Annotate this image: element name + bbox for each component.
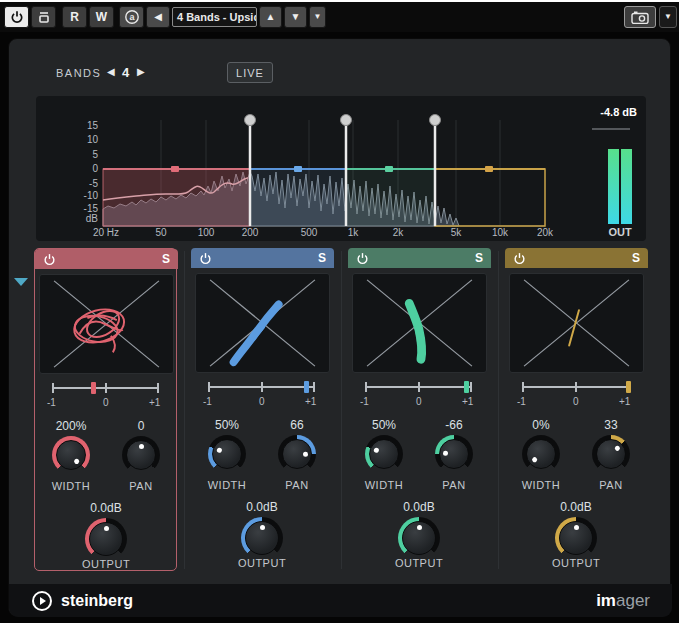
footer-bar: steinberg imager [9, 584, 672, 617]
pan-knob[interactable] [122, 436, 160, 474]
width-value[interactable]: 200% [41, 419, 101, 433]
band-4-pan-scale[interactable]: -1 0 +1 [505, 376, 648, 410]
pan-knob[interactable] [435, 435, 473, 473]
band-4-panel: S -1 0 +1 0% 33 [505, 248, 648, 571]
band-power-icon[interactable] [356, 252, 369, 265]
preset-menu-button[interactable]: ▼ [309, 6, 326, 28]
plugin-window: R W a ◀ 4 Bands - Upside ▲ ▼ ▼ [0, 0, 679, 623]
collapse-triangle-icon[interactable] [14, 278, 28, 286]
band-solo-button[interactable]: S [475, 251, 483, 265]
bypass-button[interactable] [31, 6, 56, 28]
band-3-header[interactable]: S [348, 248, 491, 268]
width-value[interactable]: 50% [354, 418, 414, 432]
scale-max-label: +1 [462, 396, 473, 407]
scale-max-label: +1 [149, 397, 160, 408]
band-power-icon[interactable] [199, 252, 212, 265]
stereo-scope-trace [234, 304, 279, 362]
dropdown-icon: ▼ [314, 13, 322, 21]
crossover-3-handle [430, 115, 441, 126]
width-value[interactable]: 0% [511, 418, 571, 432]
band-3-pan-scale[interactable]: -1 0 +1 [348, 376, 491, 410]
band-power-icon[interactable] [513, 252, 526, 265]
width-value[interactable]: 50% [197, 418, 257, 432]
brand-name: steinberg [61, 592, 133, 610]
svg-text:50: 50 [155, 227, 167, 238]
window-menu-button[interactable]: ▼ [659, 6, 677, 28]
scale-zero-label: 0 [573, 396, 579, 407]
band-solo-button[interactable]: S [318, 251, 326, 265]
band-2-header[interactable]: S [191, 248, 334, 268]
svg-text:20k: 20k [537, 227, 554, 238]
band-1-pan-scale[interactable]: -1 0 +1 [35, 377, 178, 411]
output-value[interactable]: 0.0dB [546, 500, 606, 514]
automation-a-button[interactable]: a [119, 6, 144, 28]
scale-min-label: -1 [47, 397, 56, 408]
plugin-power-button[interactable] [4, 6, 29, 28]
live-button[interactable]: LIVE [227, 62, 273, 83]
spectrum-display[interactable]: 15 10 5 0 -5 -10 -15 dB 20 Hz 50 100 200… [36, 96, 646, 241]
scale-min-label: -1 [517, 396, 526, 407]
output-knob[interactable] [555, 517, 597, 559]
output-value[interactable]: 0.0dB [232, 500, 292, 514]
pan-value[interactable]: 0 [111, 419, 171, 433]
bands-increase-button[interactable]: ▶ [137, 66, 145, 77]
preset-display[interactable]: 4 Bands - Upside [172, 7, 257, 27]
bypass-icon [36, 10, 52, 24]
output-label: OUTPUT [76, 558, 136, 570]
pan-value[interactable]: 33 [581, 418, 641, 432]
output-knob[interactable] [85, 518, 127, 560]
pan-label: PAN [581, 479, 641, 491]
write-automation-label: W [96, 10, 107, 24]
bands-decrease-button[interactable]: ◀ [107, 66, 115, 77]
svg-text:2k: 2k [393, 227, 405, 238]
output-knob[interactable] [241, 517, 283, 559]
output-label: OUTPUT [232, 557, 292, 569]
previous-preset-button[interactable]: ◀ [146, 6, 170, 28]
band-3-panel: S -1 0 +1 50% [348, 248, 491, 571]
band-4-region [435, 169, 545, 226]
pan-value[interactable]: -66 [424, 418, 484, 432]
band-divider [184, 251, 185, 569]
width-knob[interactable] [208, 435, 246, 473]
power-icon [10, 10, 24, 24]
preset-down-button[interactable]: ▼ [284, 6, 307, 28]
band-2-pan-scale[interactable]: -1 0 +1 [191, 376, 334, 410]
preset-up-button[interactable]: ▲ [259, 6, 282, 28]
output-label: OUTPUT [389, 557, 449, 569]
width-label: WIDTH [41, 480, 101, 492]
scale-zero-label: 0 [103, 397, 109, 408]
steinberg-logo: steinberg [31, 590, 133, 612]
pan-knob[interactable] [278, 435, 316, 473]
write-automation-button[interactable]: W [89, 6, 114, 28]
pan-position-marker [304, 381, 309, 393]
band-1-header[interactable]: S [35, 249, 178, 269]
snapshot-button[interactable] [624, 6, 656, 28]
band-solo-button[interactable]: S [632, 251, 640, 265]
pan-label: PAN [111, 480, 171, 492]
read-automation-button[interactable]: R [62, 6, 87, 28]
bands-label: BANDS [56, 67, 101, 79]
output-level-readout: -4.8 dB [600, 106, 637, 118]
band-2-region [250, 169, 346, 226]
spin-up-icon: ▲ [266, 12, 276, 22]
crossover-2-handle [341, 115, 352, 126]
band-power-icon[interactable] [43, 253, 56, 266]
width-knob[interactable] [522, 435, 560, 473]
pan-knob[interactable] [592, 435, 630, 473]
band-2-panel: S -1 0 +1 50% [191, 248, 334, 571]
output-value[interactable]: 0.0dB [76, 501, 136, 515]
read-automation-label: R [70, 10, 79, 24]
width-knob[interactable] [365, 435, 403, 473]
width-knob[interactable] [52, 436, 90, 474]
host-toolbar: R W a ◀ 4 Bands - Upside ▲ ▼ ▼ [0, 2, 679, 32]
band-4-header[interactable]: S [505, 248, 648, 268]
pan-value[interactable]: 66 [267, 418, 327, 432]
svg-text:5: 5 [92, 149, 98, 160]
output-value[interactable]: 0.0dB [389, 500, 449, 514]
output-knob[interactable] [398, 517, 440, 559]
width-label: WIDTH [354, 479, 414, 491]
width-label: WIDTH [197, 479, 257, 491]
band-solo-button[interactable]: S [162, 252, 170, 266]
svg-text:1k: 1k [348, 227, 360, 238]
bands-count: 4 [122, 65, 129, 80]
